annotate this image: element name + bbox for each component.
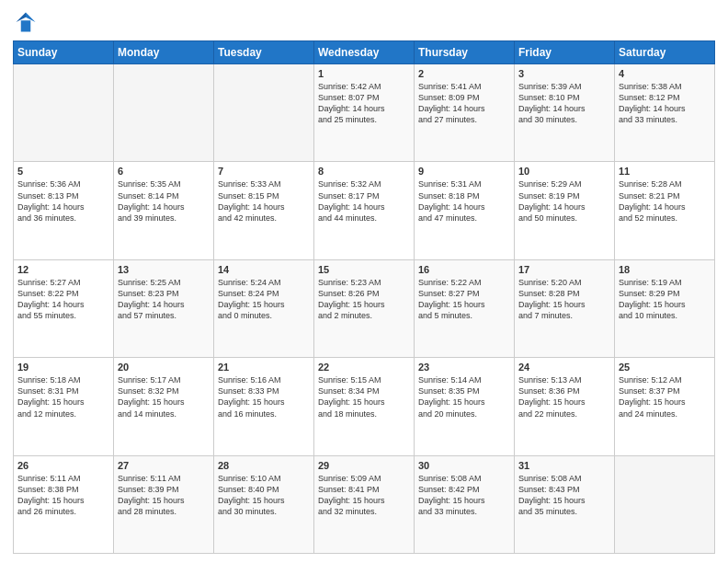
logo-icon bbox=[13, 9, 39, 35]
day-info: Sunrise: 5:11 AM Sunset: 8:39 PM Dayligh… bbox=[118, 473, 210, 518]
day-info: Sunrise: 5:29 AM Sunset: 8:19 PM Dayligh… bbox=[518, 178, 610, 224]
day-number: 16 bbox=[418, 264, 510, 275]
calendar-cell: 28Sunrise: 5:10 AM Sunset: 8:40 PM Dayli… bbox=[214, 455, 314, 553]
header bbox=[13, 9, 715, 35]
day-number: 7 bbox=[218, 166, 310, 177]
day-info: Sunrise: 5:12 AM Sunset: 8:37 PM Dayligh… bbox=[619, 374, 711, 419]
day-info: Sunrise: 5:32 AM Sunset: 8:17 PM Dayligh… bbox=[318, 178, 410, 224]
calendar-cell: 24Sunrise: 5:13 AM Sunset: 8:36 PM Dayli… bbox=[515, 358, 615, 455]
calendar-header-sunday: Sunday bbox=[14, 41, 114, 64]
calendar-cell: 15Sunrise: 5:23 AM Sunset: 8:26 PM Dayli… bbox=[314, 259, 415, 357]
calendar-week-1: 1Sunrise: 5:42 AM Sunset: 8:07 PM Daylig… bbox=[14, 64, 715, 162]
day-info: Sunrise: 5:11 AM Sunset: 8:38 PM Dayligh… bbox=[17, 473, 109, 518]
calendar-header-friday: Friday bbox=[515, 41, 615, 64]
day-number: 23 bbox=[418, 362, 510, 373]
calendar-cell: 25Sunrise: 5:12 AM Sunset: 8:37 PM Dayli… bbox=[615, 358, 715, 455]
day-info: Sunrise: 5:24 AM Sunset: 8:24 PM Dayligh… bbox=[218, 277, 310, 322]
day-number: 28 bbox=[218, 460, 310, 471]
calendar-header-row: SundayMondayTuesdayWednesdayThursdayFrid… bbox=[14, 41, 715, 64]
calendar-cell: 7Sunrise: 5:33 AM Sunset: 8:15 PM Daylig… bbox=[214, 162, 314, 259]
calendar-header-wednesday: Wednesday bbox=[314, 41, 415, 64]
calendar-cell: 6Sunrise: 5:35 AM Sunset: 8:14 PM Daylig… bbox=[114, 162, 214, 259]
calendar-header-saturday: Saturday bbox=[615, 41, 715, 64]
day-info: Sunrise: 5:16 AM Sunset: 8:33 PM Dayligh… bbox=[218, 374, 310, 419]
day-info: Sunrise: 5:14 AM Sunset: 8:35 PM Dayligh… bbox=[418, 374, 510, 419]
day-info: Sunrise: 5:19 AM Sunset: 8:29 PM Dayligh… bbox=[619, 277, 711, 322]
day-info: Sunrise: 5:23 AM Sunset: 8:26 PM Dayligh… bbox=[318, 277, 410, 322]
day-info: Sunrise: 5:08 AM Sunset: 8:42 PM Dayligh… bbox=[418, 473, 510, 518]
day-info: Sunrise: 5:35 AM Sunset: 8:14 PM Dayligh… bbox=[118, 178, 210, 224]
calendar-week-3: 12Sunrise: 5:27 AM Sunset: 8:22 PM Dayli… bbox=[14, 259, 715, 357]
calendar-page: SundayMondayTuesdayWednesdayThursdayFrid… bbox=[0, 0, 728, 563]
calendar-week-2: 5Sunrise: 5:36 AM Sunset: 8:13 PM Daylig… bbox=[14, 162, 715, 259]
day-number: 25 bbox=[619, 362, 711, 373]
calendar-cell: 21Sunrise: 5:16 AM Sunset: 8:33 PM Dayli… bbox=[214, 358, 314, 455]
day-number: 31 bbox=[518, 460, 610, 471]
day-number: 17 bbox=[518, 264, 610, 275]
calendar-cell bbox=[14, 64, 114, 162]
day-info: Sunrise: 5:39 AM Sunset: 8:10 PM Dayligh… bbox=[518, 81, 610, 126]
calendar-cell: 4Sunrise: 5:38 AM Sunset: 8:12 PM Daylig… bbox=[615, 64, 715, 162]
day-info: Sunrise: 5:10 AM Sunset: 8:40 PM Dayligh… bbox=[218, 473, 310, 518]
day-number: 26 bbox=[17, 460, 109, 471]
logo bbox=[13, 9, 42, 35]
day-number: 18 bbox=[619, 264, 711, 275]
day-number: 15 bbox=[318, 264, 410, 275]
calendar-cell: 18Sunrise: 5:19 AM Sunset: 8:29 PM Dayli… bbox=[615, 259, 715, 357]
calendar-cell: 10Sunrise: 5:29 AM Sunset: 8:19 PM Dayli… bbox=[515, 162, 615, 259]
calendar-header-thursday: Thursday bbox=[415, 41, 515, 64]
calendar-cell: 27Sunrise: 5:11 AM Sunset: 8:39 PM Dayli… bbox=[114, 455, 214, 553]
day-info: Sunrise: 5:42 AM Sunset: 8:07 PM Dayligh… bbox=[318, 81, 410, 126]
day-number: 5 bbox=[17, 166, 109, 177]
calendar-cell: 11Sunrise: 5:28 AM Sunset: 8:21 PM Dayli… bbox=[615, 162, 715, 259]
day-number: 12 bbox=[17, 264, 109, 275]
calendar-cell: 5Sunrise: 5:36 AM Sunset: 8:13 PM Daylig… bbox=[14, 162, 114, 259]
day-number: 22 bbox=[318, 362, 410, 373]
day-number: 14 bbox=[218, 264, 310, 275]
day-info: Sunrise: 5:15 AM Sunset: 8:34 PM Dayligh… bbox=[318, 374, 410, 419]
day-info: Sunrise: 5:33 AM Sunset: 8:15 PM Dayligh… bbox=[218, 178, 310, 224]
calendar-cell: 30Sunrise: 5:08 AM Sunset: 8:42 PM Dayli… bbox=[415, 455, 515, 553]
calendar-cell: 20Sunrise: 5:17 AM Sunset: 8:32 PM Dayli… bbox=[114, 358, 214, 455]
day-number: 11 bbox=[619, 166, 711, 177]
day-number: 9 bbox=[418, 166, 510, 177]
calendar-cell: 26Sunrise: 5:11 AM Sunset: 8:38 PM Dayli… bbox=[14, 455, 114, 553]
day-number: 29 bbox=[318, 460, 410, 471]
calendar-header-monday: Monday bbox=[114, 41, 214, 64]
day-number: 2 bbox=[418, 68, 510, 79]
day-number: 30 bbox=[418, 460, 510, 471]
day-info: Sunrise: 5:20 AM Sunset: 8:28 PM Dayligh… bbox=[518, 277, 610, 322]
day-info: Sunrise: 5:09 AM Sunset: 8:41 PM Dayligh… bbox=[318, 473, 410, 518]
day-info: Sunrise: 5:17 AM Sunset: 8:32 PM Dayligh… bbox=[118, 374, 210, 419]
calendar-cell bbox=[615, 455, 715, 553]
calendar-cell: 23Sunrise: 5:14 AM Sunset: 8:35 PM Dayli… bbox=[415, 358, 515, 455]
calendar-cell: 8Sunrise: 5:32 AM Sunset: 8:17 PM Daylig… bbox=[314, 162, 415, 259]
day-info: Sunrise: 5:22 AM Sunset: 8:27 PM Dayligh… bbox=[418, 277, 510, 322]
day-info: Sunrise: 5:36 AM Sunset: 8:13 PM Dayligh… bbox=[17, 178, 109, 224]
day-number: 8 bbox=[318, 166, 410, 177]
calendar-cell: 1Sunrise: 5:42 AM Sunset: 8:07 PM Daylig… bbox=[314, 64, 415, 162]
day-number: 24 bbox=[518, 362, 610, 373]
calendar-cell: 13Sunrise: 5:25 AM Sunset: 8:23 PM Dayli… bbox=[114, 259, 214, 357]
day-number: 3 bbox=[518, 68, 610, 79]
calendar-week-5: 26Sunrise: 5:11 AM Sunset: 8:38 PM Dayli… bbox=[14, 455, 715, 553]
calendar-cell bbox=[114, 64, 214, 162]
calendar-header-tuesday: Tuesday bbox=[214, 41, 314, 64]
calendar-cell: 12Sunrise: 5:27 AM Sunset: 8:22 PM Dayli… bbox=[14, 259, 114, 357]
day-info: Sunrise: 5:27 AM Sunset: 8:22 PM Dayligh… bbox=[17, 277, 109, 322]
calendar-cell: 16Sunrise: 5:22 AM Sunset: 8:27 PM Dayli… bbox=[415, 259, 515, 357]
svg-rect-2 bbox=[21, 20, 31, 31]
day-number: 4 bbox=[619, 68, 711, 79]
day-number: 27 bbox=[118, 460, 210, 471]
day-info: Sunrise: 5:13 AM Sunset: 8:36 PM Dayligh… bbox=[518, 374, 610, 419]
day-number: 10 bbox=[518, 166, 610, 177]
day-number: 6 bbox=[118, 166, 210, 177]
day-number: 20 bbox=[118, 362, 210, 373]
day-info: Sunrise: 5:41 AM Sunset: 8:09 PM Dayligh… bbox=[418, 81, 510, 126]
calendar-cell: 17Sunrise: 5:20 AM Sunset: 8:28 PM Dayli… bbox=[515, 259, 615, 357]
day-number: 21 bbox=[218, 362, 310, 373]
day-info: Sunrise: 5:18 AM Sunset: 8:31 PM Dayligh… bbox=[17, 374, 109, 419]
day-number: 19 bbox=[17, 362, 109, 373]
calendar-cell: 22Sunrise: 5:15 AM Sunset: 8:34 PM Dayli… bbox=[314, 358, 415, 455]
calendar-cell: 3Sunrise: 5:39 AM Sunset: 8:10 PM Daylig… bbox=[515, 64, 615, 162]
